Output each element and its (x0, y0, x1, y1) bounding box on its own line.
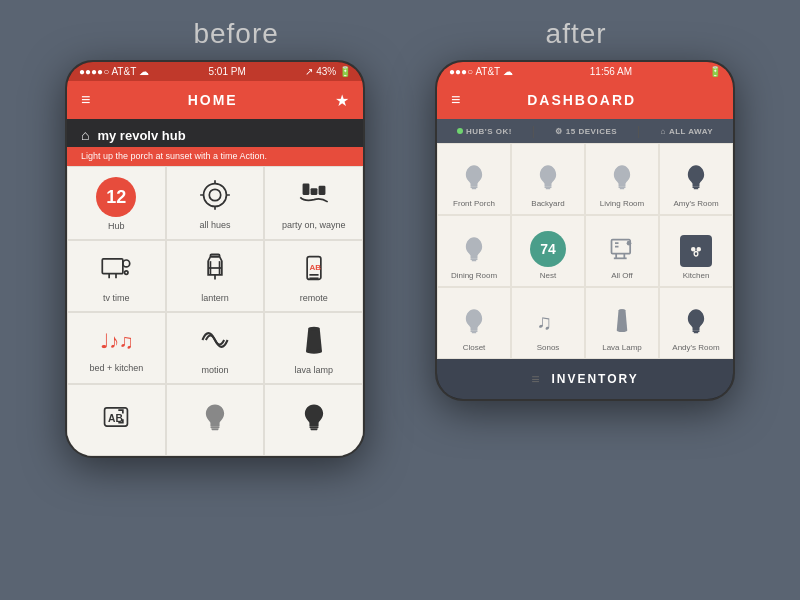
grid-cell-lava[interactable]: lava lamp (264, 312, 363, 384)
after-cell-nest[interactable]: 74 Nest (511, 215, 585, 287)
after-time: 11:56 AM (590, 66, 632, 77)
after-cell-backyard[interactable]: Backyard (511, 143, 585, 215)
svg-rect-35 (546, 188, 551, 189)
svg-rect-14 (210, 254, 219, 256)
motion-icon (199, 324, 231, 361)
living-room-label: Living Room (600, 199, 644, 208)
cell-label: all hues (199, 220, 230, 230)
grid-cell-motion[interactable]: motion (166, 312, 265, 384)
status-dot (457, 128, 463, 134)
svg-point-48 (627, 241, 632, 246)
grid-cell-bulb3[interactable] (264, 384, 363, 456)
svg-rect-31 (310, 428, 317, 430)
after-cell-amysroom[interactable]: Amy's Room (659, 143, 733, 215)
cell-label: motion (201, 365, 228, 375)
after-cell-livingroom[interactable]: Living Room (585, 143, 659, 215)
all-off-icon (608, 235, 636, 267)
devices-icon: ⚙ (555, 127, 563, 136)
hub-subtitle: Light up the porch at sunset with a time… (67, 147, 363, 166)
lantern-icon (199, 252, 231, 289)
grid-cell-hub[interactable]: 12 Hub (67, 166, 166, 240)
hues-icon (199, 179, 231, 216)
svg-text:♩♪♫: ♩♪♫ (100, 330, 134, 352)
after-nav-bar: ≡ DASHBOARD (437, 81, 733, 119)
grid-cell-tv[interactable]: tv time (67, 240, 166, 312)
grid-cell-ab[interactable]: AB (67, 384, 166, 456)
svg-text:AB: AB (309, 263, 321, 272)
backyard-label: Backyard (531, 199, 564, 208)
sonos-icon: ♫ (534, 307, 562, 339)
svg-text:♫: ♫ (536, 310, 552, 333)
before-nav-bar: ≡ HOME ★ (67, 81, 363, 119)
after-carrier: ●●●○ AT&T ☁ (449, 66, 513, 77)
svg-rect-33 (472, 188, 477, 189)
svg-point-25 (308, 326, 319, 329)
svg-point-55 (617, 329, 628, 333)
svg-rect-58 (694, 332, 699, 333)
star-icon[interactable]: ★ (335, 91, 349, 110)
after-cell-lavalamp[interactable]: Lava Lamp (585, 287, 659, 359)
svg-rect-36 (619, 186, 626, 188)
before-label: before (193, 18, 278, 50)
grid-cell-party[interactable]: party on, wayne (264, 166, 363, 240)
nest-label: Nest (540, 271, 556, 280)
ab-icon: AB (100, 401, 132, 438)
front-porch-icon (460, 163, 488, 195)
svg-rect-52 (471, 330, 478, 332)
lava-lamp-icon (608, 307, 636, 339)
svg-point-0 (204, 183, 227, 206)
after-menu-icon[interactable]: ≡ (451, 91, 460, 109)
inventory-lines-icon: ≡ (531, 371, 541, 387)
after-label: after (546, 18, 607, 50)
inventory-bar[interactable]: ≡ INVENTORY (437, 359, 733, 399)
after-grid: Front Porch Backyard (437, 143, 733, 359)
hub-bar: ⌂ my revolv hub (67, 119, 363, 147)
cell-label: bed + kitchen (89, 363, 143, 373)
svg-rect-6 (302, 183, 309, 194)
svg-point-49 (692, 248, 695, 251)
before-grid: 12 Hub all hues (67, 166, 363, 456)
svg-rect-37 (620, 188, 625, 189)
after-cell-kitchen[interactable]: Kitchen (659, 215, 733, 287)
party-icon (298, 179, 330, 216)
svg-rect-40 (471, 258, 478, 260)
after-cell-andysroom[interactable]: Andy's Room (659, 287, 733, 359)
hub-name: my revolv hub (97, 128, 185, 143)
grid-cell-bulb2[interactable] (166, 384, 265, 456)
svg-point-1 (209, 189, 220, 200)
after-cell-frontporch[interactable]: Front Porch (437, 143, 511, 215)
kitchen-label: Kitchen (683, 271, 710, 280)
mode-item: ⌂ ALL AWAY (661, 127, 714, 136)
home-icon: ⌂ (81, 127, 89, 143)
grid-cell-hues[interactable]: all hues (166, 166, 265, 240)
grid-cell-remote[interactable]: AB remote (264, 240, 363, 312)
hub-status-text: HUB'S OK! (466, 127, 512, 136)
sonos-label: Sonos (537, 343, 560, 352)
grid-cell-lantern[interactable]: lantern (166, 240, 265, 312)
after-cell-diningroom[interactable]: Dining Room (437, 215, 511, 287)
after-battery: 🔋 (709, 66, 721, 77)
andys-room-label: Andy's Room (672, 343, 719, 352)
after-cell-sonos[interactable]: ♫ Sonos (511, 287, 585, 359)
cell-label: remote (300, 293, 328, 303)
amys-room-label: Amy's Room (673, 199, 718, 208)
remote-icon: AB (298, 252, 330, 289)
after-cell-alloff[interactable]: All Off (585, 215, 659, 287)
bulb2-icon (199, 401, 231, 438)
grid-cell-music[interactable]: ♩♪♫ bed + kitchen (67, 312, 166, 384)
music-icon: ♩♪♫ (98, 326, 134, 359)
svg-rect-38 (693, 186, 700, 188)
tv-icon (100, 252, 132, 289)
svg-point-51 (694, 251, 698, 256)
dining-room-icon (460, 235, 488, 267)
lava-lamp-label: Lava Lamp (602, 343, 642, 352)
menu-icon[interactable]: ≡ (81, 91, 90, 109)
cell-label: party on, wayne (282, 220, 346, 230)
before-phone: ●●●●○ AT&T ☁ 5:01 PM ↗ 43% 🔋 ≡ HOME ★ ⌂ … (65, 60, 365, 458)
svg-rect-8 (318, 185, 325, 194)
divider2: | (637, 124, 641, 138)
cell-label: lantern (201, 293, 229, 303)
inventory-label: INVENTORY (551, 372, 638, 386)
after-phone: ●●●○ AT&T ☁ 11:56 AM 🔋 ≡ DASHBOARD HUB'S… (435, 60, 735, 401)
after-cell-closet[interactable]: Closet (437, 287, 511, 359)
